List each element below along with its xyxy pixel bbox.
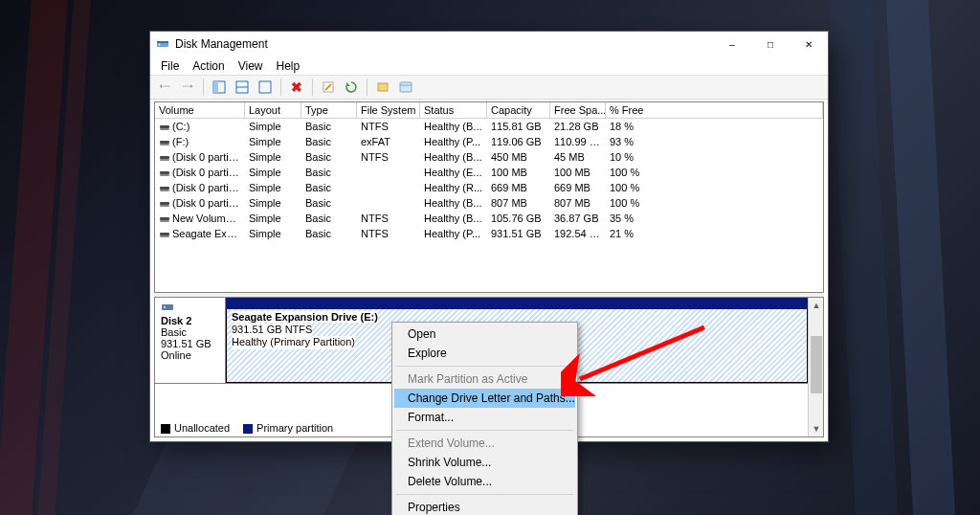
ctx-open[interactable]: Open	[394, 325, 575, 344]
cell-volume: (Disk 0 partition 1)	[155, 150, 245, 166]
menu-file[interactable]: File	[154, 57, 186, 75]
cell-type: Basic	[301, 135, 357, 150]
volume-row[interactable]: New Volume (D:)SimpleBasicNTFSHealthy (B…	[155, 212, 823, 227]
maximize-button[interactable]: □	[751, 32, 790, 56]
cell-type: Basic	[301, 120, 357, 135]
cell-fs: NTFS	[357, 120, 420, 135]
col-volume[interactable]: Volume	[155, 102, 245, 119]
volume-row[interactable]: (F:)SimpleBasicexFATHealthy (P...119.06 …	[155, 135, 823, 150]
menu-help[interactable]: Help	[270, 57, 307, 75]
menu-action[interactable]: Action	[186, 57, 231, 75]
titlebar[interactable]: Disk Management – □ ✕	[150, 32, 828, 56]
cell-freespace: 807 MB	[550, 196, 606, 212]
legend-primary: Primary partition	[256, 422, 333, 434]
ctx-format[interactable]: Format...	[394, 408, 575, 427]
cell-fs	[357, 196, 420, 212]
toolbar-list-icon[interactable]	[395, 77, 416, 98]
ctx-shrink[interactable]: Shrink Volume...	[394, 453, 575, 472]
volume-icon	[159, 230, 170, 239]
ctx-delete[interactable]: Delete Volume...	[394, 472, 575, 491]
cell-pctfree: 21 %	[606, 227, 823, 242]
ctx-explore[interactable]: Explore	[394, 344, 575, 363]
cell-status: Healthy (P...	[420, 135, 487, 150]
cell-volume: (Disk 0 partition 6)	[155, 196, 245, 212]
svg-rect-9	[378, 83, 388, 91]
legend-unallocated: Unallocated	[174, 422, 230, 434]
menu-view[interactable]: View	[232, 57, 270, 75]
cell-capacity: 669 MB	[487, 181, 550, 196]
col-filesystem[interactable]: File System	[357, 102, 420, 119]
cell-layout: Simple	[245, 196, 301, 212]
volume-row[interactable]: Seagate Expansion...SimpleBasicNTFSHealt…	[155, 227, 823, 242]
cell-capacity: 807 MB	[487, 196, 550, 212]
svg-rect-4	[213, 81, 218, 93]
toolbar: ⭠ ⭢ ✖	[150, 75, 828, 100]
cell-status: Healthy (R...	[420, 181, 487, 196]
scroll-down-icon[interactable]: ▼	[809, 421, 824, 437]
cell-volume: (Disk 0 partition 5)	[155, 181, 245, 196]
volume-list-body[interactable]: (C:)SimpleBasicNTFSHealthy (B...115.81 G…	[155, 120, 823, 292]
cell-freespace: 110.99 GB	[550, 135, 606, 150]
col-pctfree[interactable]: % Free	[606, 102, 823, 119]
vertical-scrollbar[interactable]: ▲ ▼	[808, 298, 823, 437]
cell-freespace: 45 MB	[550, 150, 606, 166]
svg-rect-10	[400, 82, 412, 92]
volume-list-panel: Volume Layout Type File System Status Ca…	[154, 101, 824, 293]
ctx-change-letter[interactable]: Change Drive Letter and Paths...	[394, 389, 575, 408]
disk-status: Online	[161, 349, 219, 361]
volume-row[interactable]: (Disk 0 partition 5)SimpleBasicHealthy (…	[155, 181, 823, 196]
toolbar-blank-icon[interactable]	[255, 77, 276, 98]
col-status[interactable]: Status	[420, 102, 487, 119]
disk-icon	[161, 302, 174, 313]
volume-row[interactable]: (Disk 0 partition 2)SimpleBasicHealthy (…	[155, 166, 823, 181]
toolbar-refresh-icon[interactable]	[341, 77, 362, 98]
cell-volume: (C:)	[155, 120, 245, 135]
volume-row[interactable]: (Disk 0 partition 1)SimpleBasicNTFSHealt…	[155, 150, 823, 166]
cell-freespace: 100 MB	[550, 166, 606, 181]
cell-type: Basic	[301, 150, 357, 166]
cell-layout: Simple	[245, 120, 301, 135]
col-capacity[interactable]: Capacity	[487, 102, 550, 119]
scroll-thumb[interactable]	[811, 336, 822, 393]
ctx-properties[interactable]: Properties	[394, 498, 575, 515]
volume-row[interactable]: (Disk 0 partition 6)SimpleBasicHealthy (…	[155, 196, 823, 212]
col-layout[interactable]: Layout	[245, 102, 301, 119]
scroll-up-icon[interactable]: ▲	[809, 298, 824, 313]
partition-sizefs: 931.51 GB NTFS	[232, 324, 312, 336]
col-type[interactable]: Type	[301, 102, 357, 119]
cell-layout: Simple	[245, 150, 301, 166]
cell-volume: Seagate Expansion...	[155, 227, 245, 242]
toolbar-views-icon[interactable]	[209, 77, 230, 98]
close-button[interactable]: ✕	[790, 32, 828, 56]
svg-rect-7	[259, 81, 271, 93]
cell-type: Basic	[301, 196, 357, 212]
toolbar-properties-icon[interactable]	[318, 77, 339, 98]
volume-icon	[159, 199, 170, 209]
volume-list-header: Volume Layout Type File System Status Ca…	[155, 102, 823, 120]
toolbar-new-icon[interactable]	[372, 77, 393, 98]
cell-capacity: 931.51 GB	[487, 227, 550, 242]
minimize-button[interactable]: –	[713, 32, 751, 56]
volume-row[interactable]: (C:)SimpleBasicNTFSHealthy (B...115.81 G…	[155, 120, 823, 135]
cell-status: Healthy (B...	[420, 212, 487, 227]
col-freespace[interactable]: Free Spa...	[550, 102, 606, 119]
cell-layout: Simple	[245, 181, 301, 196]
cell-status: Healthy (B...	[420, 120, 487, 135]
cell-status: Healthy (B...	[420, 150, 487, 166]
volume-icon	[159, 153, 170, 163]
menubar: File Action View Help	[150, 56, 828, 75]
cell-fs: NTFS	[357, 227, 420, 242]
disk-size: 931.51 GB	[161, 338, 219, 349]
cell-fs	[357, 166, 420, 181]
cell-fs: NTFS	[357, 150, 420, 166]
cell-type: Basic	[301, 227, 357, 242]
cell-fs: exFAT	[357, 135, 420, 150]
cell-pctfree: 100 %	[606, 196, 823, 212]
toolbar-delete-icon[interactable]: ✖	[286, 77, 307, 98]
toolbar-grid-icon[interactable]	[232, 77, 253, 98]
ctx-extend: Extend Volume...	[394, 434, 575, 453]
cell-status: Healthy (E...	[420, 166, 487, 181]
cell-capacity: 119.06 GB	[487, 135, 550, 150]
cell-type: Basic	[301, 212, 357, 227]
cell-status: Healthy (P...	[420, 227, 487, 242]
